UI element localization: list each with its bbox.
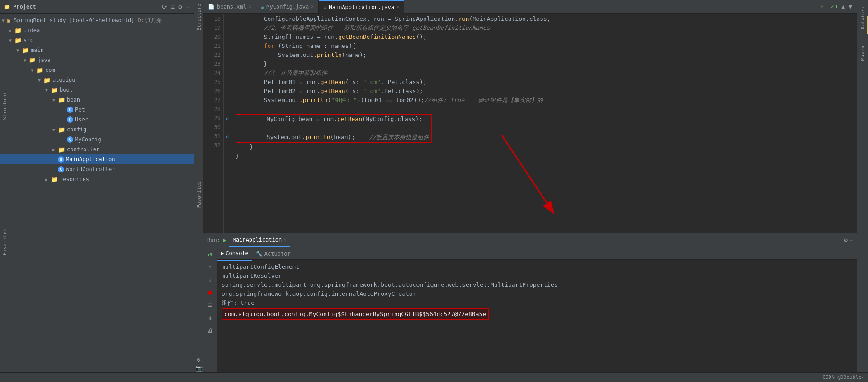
code-line-20: String[] names = run.getBeanDefinitionNa… — [236, 33, 857, 42]
pet-class-icon: C — [67, 107, 73, 113]
restart-btn[interactable]: ↺ — [205, 249, 216, 260]
favorites-tab[interactable]: Favorites — [194, 177, 203, 212]
check-badge: ✓ 1 — [831, 4, 838, 9]
expand-icon[interactable]: ▲ — [841, 3, 845, 10]
warning-badge: ⚠ 1 — [821, 4, 827, 9]
run-panel: Run: ▶ MainApplication × ⚙ − ↺ ↑ ↓ ■ — [203, 233, 857, 382]
run-tab-app[interactable]: MainApplication × — [229, 233, 290, 247]
left-vertical-panel: Structure Favorites ⚙ 📷 ★ — [194, 0, 203, 382]
toolbar-sync-btn[interactable]: ⟳ — [161, 3, 168, 10]
console-line-4: 组件: true — [222, 298, 852, 307]
tree-item-idea[interactable]: ▶ 📁 .idea — [0, 25, 194, 35]
java-config-icon: ☕ — [261, 4, 264, 10]
tree-item-resources[interactable]: ▶ 📁 resources — [0, 174, 194, 184]
run-settings-icon[interactable]: ⚙ — [844, 237, 848, 243]
console-line-highlight: com.atguigu.boot.config.MyConfig$$Enhanc… — [222, 308, 489, 320]
run-tab-close[interactable]: × — [283, 237, 286, 242]
code-line-29: MyConfig bean = run.getBean(MyConfig.cla… — [238, 115, 429, 124]
tab-close-myconfig[interactable]: × — [311, 4, 314, 9]
tab-myconfig[interactable]: ☕ MyConfig.java × — [256, 0, 319, 14]
console-line-2: spring.servlet.multipart-org.springframe… — [222, 280, 852, 289]
tab-beans-xml[interactable]: 📄 beans.xml × — [203, 0, 256, 14]
code-line-28 — [236, 105, 857, 114]
actuator-tab[interactable]: 🔧 Actuator — [252, 247, 294, 261]
run-toolbar: ↺ ↑ ↓ ■ ≡ ⇅ 🖨 — [203, 247, 217, 382]
tree-label-src: src — [24, 37, 33, 43]
tree-root[interactable]: ▼ ▣ SpringBoot_study [boot-01-helloworld… — [0, 15, 194, 25]
user-class-icon: C — [67, 116, 73, 123]
camera-icon[interactable]: 📷 — [195, 365, 203, 372]
config-folder-icon: 📁 — [58, 126, 65, 133]
code-line-25: Pet tom01 = run.getBean( s: "tom", Pet.c… — [236, 78, 857, 87]
tab-close-beans-xml[interactable]: × — [249, 4, 251, 9]
project-panel: 📁 Project ⟳ ≡ ⚙ − ▼ ▣ SpringBoot_study [… — [0, 0, 194, 382]
tree-item-worldcontroller[interactable]: ▶ C WorldController — [0, 164, 194, 174]
toolbar-collapse-btn[interactable]: ≡ — [170, 3, 175, 10]
tree-item-java[interactable]: ▼ 📁 java — [0, 55, 194, 65]
code-line-18: ConfigurableApplicationContext run = Spr… — [236, 14, 857, 23]
myconfig-class-icon: C — [67, 136, 73, 143]
status-bar: CSDN @DDouble- — [0, 372, 868, 382]
com-folder-icon: 📁 — [36, 67, 43, 74]
console-line-1: multipartResolver — [222, 271, 852, 280]
tree-item-config[interactable]: ▼ 📁 config — [0, 125, 194, 135]
tree-label-idea: .idea — [24, 27, 40, 33]
collapse-code-icon[interactable]: ▼ — [849, 3, 852, 10]
project-panel-header: 📁 Project ⟳ ≡ ⚙ − — [0, 0, 194, 14]
tree-label-pet: Pet — [75, 107, 85, 113]
project-panel-title: Project — [13, 4, 36, 10]
favorites-overlay-tab[interactable]: Favorites — [0, 226, 9, 258]
console-line-0: multipartConfigElement — [222, 262, 852, 271]
tree-label-bean: bean — [67, 97, 80, 103]
check-icon: ✓ — [831, 4, 834, 9]
line-numbers: 18 19 20 21 22 23 24 25 26 27 28 29 30 3… — [203, 14, 224, 233]
print-btn[interactable]: 🖨 — [205, 325, 216, 335]
console-output: multipartConfigElement multipartResolver… — [217, 260, 857, 382]
run-header: Run: ▶ MainApplication × ⚙ − — [203, 233, 857, 247]
toolbar-gear-btn[interactable]: ⚙ — [177, 3, 183, 10]
tree-label-boot: boot — [60, 87, 73, 93]
tree-item-bean[interactable]: ▼ 📁 bean — [0, 95, 194, 105]
structure-tab[interactable]: Structure — [194, 0, 203, 34]
tree-item-atguigu[interactable]: ▼ 📁 atguigu — [0, 75, 194, 85]
tree-item-pet[interactable]: ▶ C Pet — [0, 105, 194, 115]
xml-icon: 📄 — [208, 4, 215, 10]
tree-item-main[interactable]: ▼ 📁 main — [0, 45, 194, 55]
tree-item-com[interactable]: ▼ 📁 com — [0, 65, 194, 75]
database-tab[interactable]: Database — [858, 2, 868, 33]
scroll-up-btn[interactable]: ↑ — [205, 261, 216, 272]
structure-icon[interactable]: ⚙ — [197, 356, 201, 363]
toolbar-minus-btn[interactable]: − — [185, 3, 190, 10]
scroll-down-btn[interactable]: ↓ — [205, 274, 216, 285]
tree-item-myconfig[interactable]: ▶ C MyConfig — [0, 135, 194, 144]
run-label: Run: — [207, 237, 220, 243]
run-minimize-icon[interactable]: − — [849, 237, 853, 243]
tree-label-atguigu: atguigu — [52, 77, 75, 83]
tree-item-boot[interactable]: ▼ 📁 boot — [0, 85, 194, 95]
tree-label-myconfig: MyConfig — [75, 136, 101, 143]
java-main-icon: ☕ — [323, 4, 326, 10]
java-folder-icon: 📁 — [29, 57, 36, 63]
align-btn[interactable]: ≡ — [205, 299, 216, 310]
console-tab[interactable]: ▶ Console — [217, 247, 252, 261]
atguigu-folder-icon: 📁 — [43, 77, 51, 84]
actuator-tab-label: Actuator — [264, 251, 291, 257]
left-overlay-favorites: Favorites — [0, 226, 9, 258]
tab-mainapplication[interactable]: ☕ MainApplication.java × — [319, 0, 404, 14]
stop-btn[interactable]: ■ — [205, 287, 216, 298]
maven-tab[interactable]: Maven — [858, 42, 868, 64]
panel-toolbar: ⟳ ≡ ⚙ − — [161, 3, 190, 10]
tree-item-mainapplication[interactable]: ▶ M MainApplication — [0, 154, 194, 164]
code-line-27: System.out.println("组件: "+(tom01 == tom0… — [236, 96, 857, 105]
tree-item-user[interactable]: ▶ C User — [0, 115, 194, 125]
structure-overlay-tab[interactable]: Structure — [0, 90, 9, 123]
bookmark2-icon: ◇ — [224, 132, 231, 141]
console-tabs: ▶ Console 🔧 Actuator — [217, 247, 857, 260]
tree-item-src[interactable]: ▼ 📁 src — [0, 35, 194, 45]
code-line-31: } — [236, 143, 857, 152]
tab-close-mainapplication[interactable]: × — [396, 5, 399, 9]
run-body: ↺ ↑ ↓ ■ ≡ ⇅ 🖨 ▶ Console — [203, 247, 857, 382]
tree-item-controller[interactable]: ▶ 📁 controller — [0, 144, 194, 154]
sort-btn[interactable]: ⇅ — [205, 312, 216, 323]
resources-folder-icon: 📁 — [51, 176, 58, 183]
